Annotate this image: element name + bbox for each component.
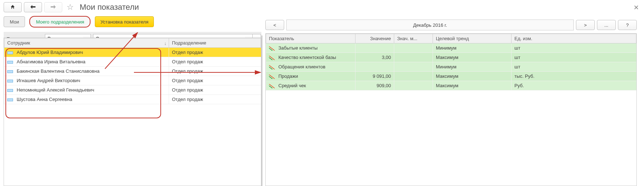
employee-icon bbox=[7, 80, 13, 83]
employees-table-wrap: Сотрудник ↓ Подразделение Абдулов Юрий В… bbox=[4, 38, 261, 186]
forward-button[interactable] bbox=[44, 2, 62, 12]
back-button[interactable] bbox=[24, 2, 42, 12]
col-trend[interactable]: Целевой тренд bbox=[433, 34, 512, 43]
period-prev-button[interactable]: < bbox=[265, 20, 284, 30]
arrow-left-icon bbox=[30, 5, 35, 10]
table-row[interactable]: Шустова Анна СергеевнаОтдел продаж bbox=[4, 95, 261, 104]
employee-icon bbox=[7, 98, 13, 101]
indicators-panel: < Декабрь 2016 г. > ... ? bbox=[262, 35, 637, 186]
employee-icon bbox=[7, 51, 13, 54]
indicators-table: Показатель Значение Знач. м... Целевой т… bbox=[266, 34, 636, 90]
home-icon bbox=[10, 4, 15, 10]
col-employee[interactable]: Сотрудник ↓ bbox=[4, 38, 169, 48]
help-button[interactable]: ? bbox=[618, 20, 637, 30]
table-row[interactable]: Средний чек909,00МаксимумРуб. bbox=[266, 81, 636, 90]
table-row[interactable]: Продажи9 091,00Максимумтыс. Руб. bbox=[266, 72, 636, 81]
table-row[interactable]: Абдулов Юрий ВладимировичОтдел продаж bbox=[4, 48, 261, 57]
tab-my-label: Мои bbox=[10, 19, 19, 25]
table-row[interactable]: Бакинская Валентина СтаниславовнаОтдел п… bbox=[4, 67, 261, 76]
col-department[interactable]: Подразделение bbox=[169, 38, 261, 48]
col-value-m[interactable]: Знач. м... bbox=[394, 34, 433, 43]
col-indicator[interactable]: Показатель bbox=[266, 34, 355, 43]
employee-icon bbox=[7, 70, 13, 73]
period-row: < Декабрь 2016 г. > ... ? bbox=[265, 20, 637, 33]
employee-icon bbox=[7, 89, 13, 92]
chart-icon bbox=[269, 56, 275, 60]
table-row[interactable]: Забытые клиентыМинимумшт bbox=[266, 43, 636, 53]
chart-icon bbox=[269, 46, 275, 51]
chart-icon bbox=[269, 65, 275, 69]
set-indicator-label: Установка показателя bbox=[100, 19, 148, 25]
home-button[interactable] bbox=[4, 2, 22, 12]
employees-table: Сотрудник ↓ Подразделение Абдулов Юрий В… bbox=[4, 38, 261, 104]
chart-icon bbox=[269, 75, 275, 79]
tab-my-department-label: Моего подразделения bbox=[36, 19, 84, 25]
favorite-star-icon[interactable]: ☆ bbox=[64, 3, 76, 12]
top-toolbar: ☆ Мои показатели bbox=[0, 0, 644, 14]
table-row[interactable]: Качество клиентской базы3,00Максимумшт bbox=[266, 53, 636, 62]
employees-panel: Сотрудник ↓ Подразделение Абдулов Юрий В… bbox=[4, 35, 262, 186]
set-indicator-button[interactable]: Установка показателя bbox=[95, 16, 154, 27]
col-unit[interactable]: Ед. изм. bbox=[512, 34, 636, 43]
period-more-button[interactable]: ... bbox=[597, 20, 616, 30]
chart-icon bbox=[269, 84, 275, 88]
table-row[interactable]: Непомнящий Алексей ГеннадьевичОтдел прод… bbox=[4, 85, 261, 95]
close-icon[interactable]: ✕ bbox=[634, 4, 639, 12]
tab-my[interactable]: Мои bbox=[4, 16, 25, 27]
employee-icon bbox=[7, 61, 13, 64]
indicators-table-wrap: Показатель Значение Знач. м... Целевой т… bbox=[265, 33, 637, 186]
table-row[interactable]: Игнашев Андрей ВикторовичОтдел продаж bbox=[4, 76, 261, 85]
table-row[interactable]: Абнагимова Ирина ВитальевнаОтдел продаж bbox=[4, 57, 261, 67]
col-value[interactable]: Значение bbox=[355, 34, 394, 43]
table-row[interactable]: Обращения клиентовМинимумшт bbox=[266, 62, 636, 72]
sort-asc-icon: ↓ bbox=[164, 41, 167, 46]
period-label[interactable]: Декабрь 2016 г. bbox=[286, 20, 574, 30]
tab-my-department[interactable]: Моего подразделения bbox=[29, 16, 91, 28]
arrow-right-icon bbox=[51, 5, 56, 10]
period-next-button[interactable]: > bbox=[576, 20, 595, 30]
page-title: Мои показатели bbox=[80, 3, 139, 12]
